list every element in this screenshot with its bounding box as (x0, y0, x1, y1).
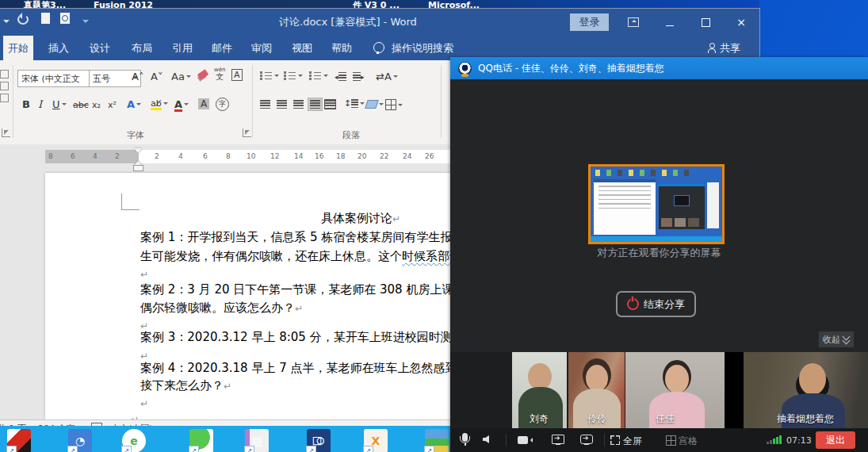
tab-references[interactable]: 引用 (167, 36, 197, 60)
align-right-icon[interactable] (293, 100, 304, 109)
align-center-icon[interactable] (277, 100, 287, 109)
collapse-button[interactable]: 收起 (819, 331, 854, 347)
shrink-font-icon[interactable]: A˅ (151, 71, 163, 82)
grid-view-label[interactable]: 宫格 (679, 435, 698, 448)
video-tile-jiajia[interactable]: 佳佳 (625, 352, 725, 428)
change-case-icon[interactable]: Aa (171, 71, 191, 82)
print-preview-icon[interactable] (60, 13, 70, 24)
preview-word-window (594, 179, 656, 235)
bullets-icon[interactable] (260, 71, 279, 80)
desktop-icon-mon[interactable]: ↗ (6, 429, 32, 452)
whiteboard-icon[interactable] (580, 435, 593, 444)
background-windows-strip: 真题第3... Fusion 2012 件 V3 0 ... Microsof.… (0, 0, 759, 9)
justify-icon[interactable] (308, 98, 322, 110)
text-effects-icon[interactable]: A (127, 98, 141, 110)
end-share-button[interactable]: 结束分享 (616, 291, 696, 317)
tab-mailings[interactable]: 邮件 (207, 36, 237, 60)
distribute-icon[interactable] (325, 100, 335, 109)
customize-qat-icon[interactable] (82, 20, 89, 23)
clear-formatting-icon[interactable] (198, 71, 208, 78)
background-window-title[interactable]: 件 V3 0 ... (353, 0, 400, 9)
new-document-icon[interactable] (41, 13, 50, 24)
tab-home[interactable]: 开始 (3, 36, 33, 60)
camera-icon[interactable] (518, 436, 528, 444)
increase-indent-icon[interactable]: ▸ (353, 72, 365, 81)
paragraph-group-label: 段落 (342, 129, 360, 141)
qq-titlebar[interactable]: QQ电话 - 佳佳、伶伶、刘奇、抽着烟想着您 (450, 57, 868, 79)
font-dialog-launcher-icon[interactable] (243, 128, 251, 137)
clipboard-group-partial[interactable] (0, 67, 10, 138)
webcam-icon (458, 62, 472, 75)
underline-icon[interactable]: U (52, 98, 67, 110)
background-window-title[interactable]: 真题第3... (24, 0, 66, 9)
align-left-icon[interactable] (260, 100, 270, 109)
doc-heading: 具体案例讨论↵ (321, 211, 400, 226)
doc-line: 案例 2：3 月 20 日下午第一节课，某老师在 308 机房上课发现班 (140, 282, 489, 297)
speaker-icon[interactable] (483, 435, 489, 443)
background-window-title[interactable]: Microsof... (428, 0, 480, 9)
grow-font-icon[interactable]: A˄ (132, 71, 143, 82)
phonetic-guide-icon[interactable]: wén文 (214, 67, 225, 81)
share-screen-icon[interactable] (552, 435, 564, 444)
background-window-title[interactable]: Fusion 2012 (94, 0, 153, 9)
doc-line: 接下来怎么办？↵ (140, 378, 231, 393)
tell-me-search[interactable]: 操作说明搜索 (387, 36, 458, 60)
tab-view[interactable]: 视图 (287, 36, 317, 60)
left-indent-marker[interactable] (134, 166, 143, 170)
strikethrough-icon[interactable]: abc (73, 100, 89, 110)
line-spacing-icon[interactable]: ↕ (344, 98, 365, 109)
fullscreen-icon[interactable] (610, 435, 620, 445)
desktop-icon-notebook[interactable]: ▤↗ (244, 429, 270, 452)
exit-call-button[interactable]: 退出 (816, 431, 855, 449)
desktop-icon-folders[interactable]: ↗ (424, 429, 449, 452)
decrease-indent-icon[interactable]: ◂ (335, 72, 346, 81)
tab-design[interactable]: 设计 (85, 36, 115, 60)
signal-strength-icon (767, 435, 782, 444)
tab-insert[interactable]: 插入 (44, 36, 74, 60)
text-highlight-icon[interactable]: ab̸ (151, 98, 168, 109)
video-tile-lingling[interactable]: 伶伶 (568, 352, 625, 428)
close-icon[interactable]: × (734, 15, 748, 29)
tab-layout[interactable]: 布局 (127, 36, 157, 60)
fullscreen-label[interactable]: 全屏 (623, 435, 642, 448)
tab-review[interactable]: 审阅 (247, 36, 277, 60)
desktop-icon-wechat[interactable]: ↗ (189, 429, 214, 452)
superscript-icon[interactable]: x² (108, 100, 117, 110)
doc-line: 偶尔轻微咳嗽。应该怎么办？↵ (140, 301, 303, 316)
tab-help[interactable]: 帮助 (327, 36, 357, 60)
minimize-icon[interactable] (663, 15, 677, 29)
login-button[interactable]: 登录 (570, 13, 609, 31)
multilevel-list-icon[interactable] (309, 71, 328, 80)
clipboard-dialog-launcher-icon[interactable] (2, 128, 10, 137)
subscript-icon[interactable]: x₂ (92, 100, 101, 110)
undo-icon[interactable] (17, 14, 29, 25)
preview-desktop-icons (595, 170, 690, 176)
desktop-icon-x-app[interactable]: X↗ (363, 429, 388, 452)
indent-markers[interactable] (134, 148, 143, 165)
maximize-icon[interactable] (698, 15, 713, 29)
desktop-icon-browser[interactable]: e↗ (121, 429, 147, 452)
video-thumbnails-row: 刘奇 伶伶 佳佳 (450, 352, 868, 428)
ribbon-display-options-icon[interactable] (626, 15, 640, 29)
character-shading-icon[interactable]: A (198, 98, 209, 109)
doc-line: 生可能发烧，伴有偶尔咳嗽，还在床上休息。这个时候系部该怎 (140, 249, 473, 264)
video-tile-chouzheyan[interactable]: 抽着烟想着您 (744, 352, 868, 428)
doc-line: 案例 3：2020.3.12 早上 8:05 分，某开车上班进校园时测体温为 (140, 330, 488, 345)
desktop-icon-control-panel[interactable]: ◔↗ (67, 429, 93, 452)
microphone-icon[interactable] (462, 433, 468, 442)
screen-share-preview[interactable] (588, 164, 725, 244)
shading-icon[interactable] (366, 100, 384, 109)
italic-icon[interactable]: I (38, 98, 42, 110)
borders-icon[interactable] (385, 99, 403, 110)
desktop-icon-flowchart[interactable]: ⎄↗ (306, 429, 331, 452)
video-tile-liuqi[interactable]: 刘奇 (512, 352, 567, 428)
call-duration: 07:13 (786, 435, 812, 446)
character-border-icon[interactable]: A (231, 69, 243, 81)
qat-dropdown-icon[interactable] (3, 20, 10, 23)
enclose-characters-icon[interactable]: 字 (216, 98, 229, 111)
numbering-icon[interactable] (284, 71, 303, 80)
font-color-icon[interactable]: A (174, 98, 189, 110)
bold-icon[interactable]: B (22, 98, 30, 110)
grid-view-icon[interactable] (666, 435, 676, 446)
asian-layout-icon[interactable]: ⇄A (376, 71, 398, 82)
